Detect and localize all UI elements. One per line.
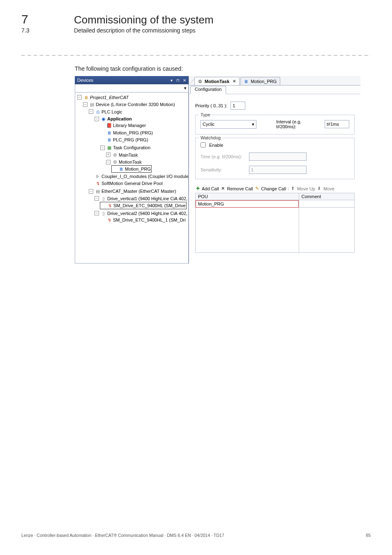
sm-drive-icon: ↯ [107,203,113,208]
change-call-button[interactable]: Change Call [261,186,286,191]
library-icon: 📕 [106,123,112,128]
ethercat-icon: ▤ [95,188,101,194]
tab-label: Motion_PRG [251,79,277,84]
tree-ecat-master[interactable]: EtherCAT_Master (EtherCAT Master) [101,188,176,194]
table-header-row: POU Comment [196,193,355,200]
move-up-button: Move Up [297,186,315,191]
enable-label: Enable [209,143,223,148]
priority-label: Priority ( 0..31 ): [195,103,227,108]
tab-label: MotionTask [205,79,229,84]
footer-page-number: 85 [366,533,371,538]
chapter-title: Commissioning of the system [74,14,214,26]
page-footer: Lenze · Controller-based Automation · Et… [21,533,371,538]
section-title: Detailed description of the commissionin… [74,27,196,34]
ide-screenshot: Devices ▾ ⊓ ✕ ▾ −🗎Project1_EtherCAT −▤D [75,76,360,264]
drive-icon: ▯ [101,196,106,201]
tree-drive2[interactable]: Drive_vertical2 (9400 HighLine CiA 402, [107,210,187,217]
softmotion-icon: ↯ [95,180,101,186]
chapter-header: 7 Commissioning of the system [21,12,371,26]
table-row[interactable]: Motion_PRG [196,200,355,208]
pou-icon: 🗎 [106,130,112,136]
drive-icon: ▯ [101,210,106,216]
tree-coupler[interactable]: Coupler_I_O_modules (Coupler I/O modules… [101,173,189,180]
footer-left: Lenze · Controller-based Automation · Et… [21,533,224,538]
project-icon: 🗎 [83,95,89,100]
tab-slash-decoration [190,77,194,85]
intro-text: The following task configuration is caus… [75,65,371,72]
combo-chevron-icon: ▾ [184,86,187,91]
tab-close-icon[interactable]: ✕ [233,79,236,83]
call-icon: 🗎 [118,166,124,172]
type-group: Type Cyclic ▾ Interval (e.g. t#200ms): [195,115,355,134]
device-tree[interactable]: −🗎Project1_EtherCAT −▤Device (L-force Co… [75,92,189,264]
tree-motion-prg[interactable]: Motion_PRG (PRG) [113,130,153,136]
tree-softmotion[interactable]: SoftMotion General Drive Pool [101,180,163,187]
tab-configuration[interactable]: Configuration [190,86,226,94]
type-value: Cyclic [203,122,214,127]
devices-panel-title: Devices [77,78,93,83]
sub-tab-strip: Configuration [189,85,360,94]
tree-maintask[interactable]: MainTask [119,152,138,158]
file-tab-strip: ⚙ MotionTask ✕ 🗎 Motion_PRG [189,76,360,85]
remove-icon: ✕ [221,186,226,191]
pin-icon[interactable]: ⊓ [175,78,180,83]
tree-drive1-child[interactable]: SM_Drive_ETC_9400HL (SM_Drive [113,202,186,209]
pou-icon: 🗎 [243,79,249,84]
call-table[interactable]: POU Comment Motion_PRG [195,193,355,253]
sensitivity-label: Sensitivity: [201,167,246,172]
priority-input[interactable] [231,102,245,110]
task-config-icon: ▦ [106,145,112,150]
table-empty-area[interactable] [196,208,355,253]
move-down-icon: ⬇ [317,186,322,191]
device-icon: ▤ [89,102,95,107]
separator-line: _ _ _ _ _ _ _ _ _ _ _ _ _ _ _ _ _ _ _ _ … [21,49,371,56]
task-icon: ⚙ [112,152,118,158]
tree-drive1[interactable]: Drive_vertical1 (9400 HighLine CiA 402, [107,195,187,202]
dropdown-icon[interactable]: ▾ [169,78,174,83]
close-icon[interactable]: ✕ [182,78,187,83]
tree-task-config[interactable]: Task Configuration [113,144,150,151]
tree-project[interactable]: Project1_EtherCAT [90,94,129,101]
tree-motiontask-child[interactable]: Motion_PRG [125,166,151,172]
task-icon: ⚙ [112,159,118,165]
col-comment[interactable]: Comment [299,193,354,200]
cell-pou[interactable]: Motion_PRG [196,200,299,208]
time-input [249,153,307,161]
pou-icon: 🗎 [106,137,112,143]
cell-comment[interactable] [299,200,354,208]
application-icon: ◉ [101,116,106,122]
tree-library-manager[interactable]: Library Manager [113,122,146,129]
project-combo[interactable]: ▾ [75,84,189,92]
watchdog-legend: Watchdog [199,135,222,140]
chevron-down-icon: ▾ [252,122,254,127]
interval-input[interactable] [325,120,349,128]
tree-application[interactable]: Application [107,116,132,122]
tree-drive2-child[interactable]: SM_Drive_ETC_9400HL_1 (SM_Dri [113,217,186,223]
tree-plc-logic[interactable]: PLC Logic [101,109,122,115]
section-header: 7.3 Detailed description of the commissi… [21,27,371,34]
tab-motiontask[interactable]: ⚙ MotionTask ✕ [194,77,240,85]
interval-label: Interval (e.g. t#200ms): [276,119,321,129]
devices-panel-header[interactable]: Devices ▾ ⊓ ✕ [75,76,189,84]
move-down-button: Move [323,186,334,191]
devices-panel: Devices ▾ ⊓ ✕ ▾ −🗎Project1_EtherCAT −▤D [75,76,189,264]
task-icon: ⚙ [197,79,203,84]
time-label: Time (e.g. t#200ms): [201,154,246,159]
call-toolbar: ✚ Add Call ✕ Remove Call ✎ Change Call |… [195,186,355,191]
add-call-button[interactable]: Add Call [202,186,219,191]
task-config-form: Priority ( 0..31 ): Type Cyclic ▾ Interv… [189,94,360,264]
plc-logic-icon: ⎙ [95,109,101,115]
remove-call-button[interactable]: Remove Call [227,186,253,191]
tree-motiontask[interactable]: MotionTask [119,159,142,165]
sensitivity-input [249,166,307,174]
type-legend: Type [199,112,212,117]
col-pou[interactable]: POU [196,193,299,200]
tree-device[interactable]: Device (L-force Controller 3200 Motion) [96,101,175,108]
watchdog-group: Watchdog Enable Time (e.g. t#200ms): Sen… [195,138,355,179]
tab-motion-prg[interactable]: 🗎 Motion_PRG [240,77,280,85]
tree-plc-prg[interactable]: PLC_PRG (PRG) [113,136,148,143]
enable-checkbox[interactable] [201,142,206,148]
type-select[interactable]: Cyclic ▾ [201,120,256,129]
editor-panel: ⚙ MotionTask ✕ 🗎 Motion_PRG Configuratio… [189,76,360,264]
coupler-icon: ⊪ [95,173,101,179]
